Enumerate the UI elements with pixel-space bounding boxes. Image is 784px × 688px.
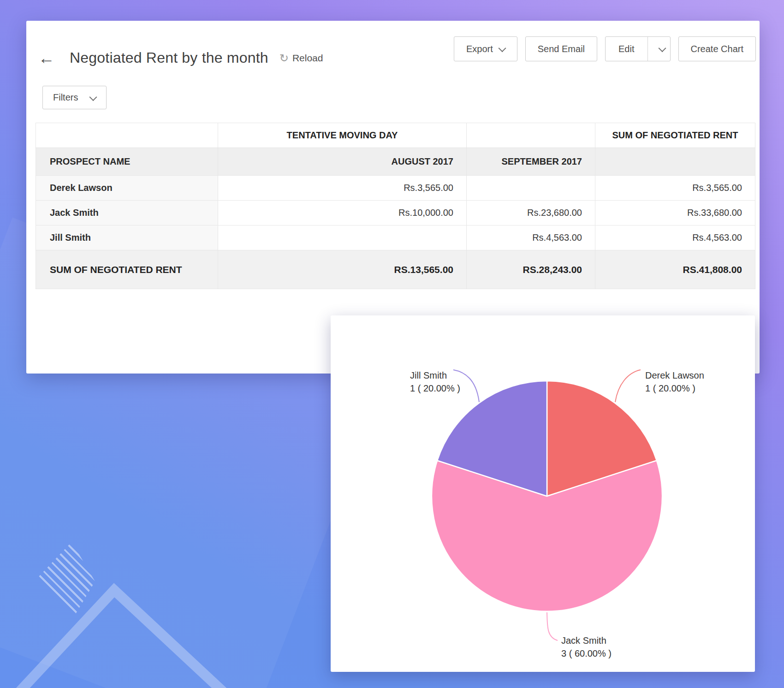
august-value-cell (218, 225, 467, 250)
column-header-empty-cell (595, 148, 755, 176)
group-header-empty-cell (467, 123, 595, 148)
prospect-name-cell: Jack Smith (36, 201, 218, 225)
leader-line-jack-smith (547, 612, 558, 641)
pie-label-derek-lawson-value: 1 ( 20.00% ) (645, 383, 695, 393)
report-header: ← Negotiated Rent by the month ↻ Reload (36, 49, 323, 66)
table-row: Jack Smith Rs.10,000.00 Rs.23,680.00 Rs.… (36, 201, 755, 225)
reload-label: Reload (292, 53, 323, 64)
footer-september-cell: RS.28,243.00 (467, 250, 595, 289)
desktop-background: ← Negotiated Rent by the month ↻ Reload … (0, 0, 784, 688)
edit-button[interactable]: Edit (606, 37, 647, 61)
edit-label: Edit (618, 44, 634, 54)
chevron-down-icon (89, 93, 97, 101)
group-header-sum: SUM OF NEGOTIATED RENT (595, 123, 755, 148)
total-value-cell: Rs.33,680.00 (595, 201, 755, 225)
september-value-cell: Rs.23,680.00 (467, 201, 595, 225)
september-value-cell (467, 176, 595, 201)
pie-label-jill-smith-name: Jill Smith (410, 370, 447, 380)
pie-label-jill-smith-value: 1 ( 20.00% ) (410, 383, 460, 393)
edit-dropdown-button[interactable] (647, 37, 670, 61)
september-value-cell: Rs.4,563.00 (467, 225, 595, 250)
footer-total-cell: RS.41,808.00 (595, 250, 755, 289)
table-row: Derek Lawson Rs.3,565.00 Rs.3,565.00 (36, 176, 755, 201)
pivot-table: TENTATIVE MOVING DAY SUM OF NEGOTIATED R… (36, 123, 755, 289)
table-row: Jill Smith Rs.4,563.00 Rs.4,563.00 (36, 225, 755, 250)
export-label: Export (466, 44, 493, 54)
august-value-cell: Rs.3,565.00 (218, 176, 467, 201)
pie-label-jack-smith-value: 3 ( 60.00% ) (561, 648, 612, 658)
footer-label-cell: SUM OF NEGOTIATED RENT (36, 250, 218, 289)
reload-icon: ↻ (279, 53, 289, 64)
chevron-down-icon (498, 44, 506, 52)
send-email-label: Send Email (538, 44, 585, 54)
total-value-cell: Rs.3,565.00 (595, 176, 755, 201)
pie-label-derek-lawson-name: Derek Lawson (645, 370, 704, 380)
page-title: Negotiated Rent by the month (70, 49, 268, 66)
create-chart-button[interactable]: Create Chart (678, 36, 756, 61)
table-group-header-row: TENTATIVE MOVING DAY SUM OF NEGOTIATED R… (36, 123, 755, 148)
total-value-cell: Rs.4,563.00 (595, 225, 755, 250)
leader-line-derek-lawson (615, 370, 641, 402)
prospect-name-cell: Derek Lawson (36, 176, 218, 201)
send-email-button[interactable]: Send Email (525, 36, 597, 61)
column-header-august: AUGUST 2017 (218, 148, 467, 176)
create-chart-label: Create Chart (691, 44, 744, 54)
group-header-moving-day: TENTATIVE MOVING DAY (218, 123, 467, 148)
group-header-empty-cell (36, 123, 218, 148)
table-footer-row: SUM OF NEGOTIATED RENT RS.13,565.00 RS.2… (36, 250, 755, 289)
chevron-down-icon (658, 44, 666, 52)
prospect-name-cell: Jill Smith (36, 225, 218, 250)
pie-chart-card: Jill Smith 1 ( 20.00% ) Derek Lawson 1 (… (331, 315, 755, 672)
column-header-prospect: PROSPECT NAME (36, 148, 218, 176)
export-button[interactable]: Export (454, 36, 517, 61)
column-header-september: SEPTEMBER 2017 (467, 148, 595, 176)
toolbar: Export Send Email Edit Create Chart (454, 36, 756, 61)
reload-button[interactable]: ↻ Reload (279, 53, 323, 64)
edit-split-button: Edit (605, 36, 670, 61)
filters-label: Filters (53, 92, 78, 103)
pie-label-jack-smith-name: Jack Smith (561, 635, 606, 646)
footer-august-cell: RS.13,565.00 (218, 250, 467, 289)
back-arrow-icon[interactable]: ← (36, 50, 58, 66)
filters-button[interactable]: Filters (42, 86, 107, 109)
table-column-header-row: PROSPECT NAME AUGUST 2017 SEPTEMBER 2017 (36, 148, 755, 176)
august-value-cell: Rs.10,000.00 (218, 201, 467, 225)
pie-chart: Jill Smith 1 ( 20.00% ) Derek Lawson 1 (… (331, 315, 755, 672)
